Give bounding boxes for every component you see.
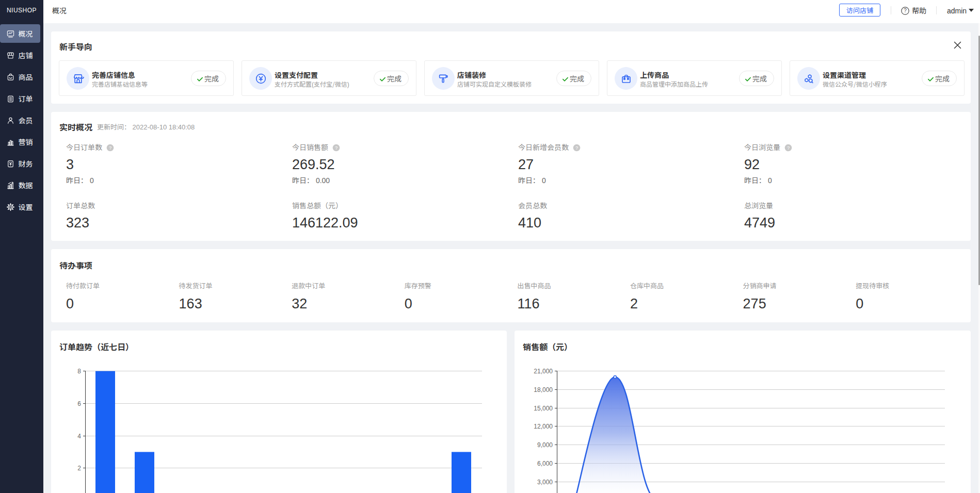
svg-text:8: 8 xyxy=(77,368,81,375)
svg-text:?: ? xyxy=(787,145,790,150)
svg-text:2: 2 xyxy=(77,465,81,472)
svg-text:12,000: 12,000 xyxy=(534,423,553,430)
svg-text:?: ? xyxy=(904,8,907,13)
svg-text:?: ? xyxy=(109,145,111,150)
svg-text:18,000: 18,000 xyxy=(534,386,553,393)
svg-text:?: ? xyxy=(335,145,338,150)
svg-text:?: ? xyxy=(575,145,578,150)
svg-text:3,000: 3,000 xyxy=(537,479,553,486)
svg-text:15,000: 15,000 xyxy=(534,405,553,412)
svg-text:9,000: 9,000 xyxy=(537,441,553,449)
svg-text:4: 4 xyxy=(77,433,81,440)
svg-text:6: 6 xyxy=(77,400,81,407)
svg-text:6,000: 6,000 xyxy=(537,460,553,467)
svg-text:21,000: 21,000 xyxy=(534,368,553,375)
